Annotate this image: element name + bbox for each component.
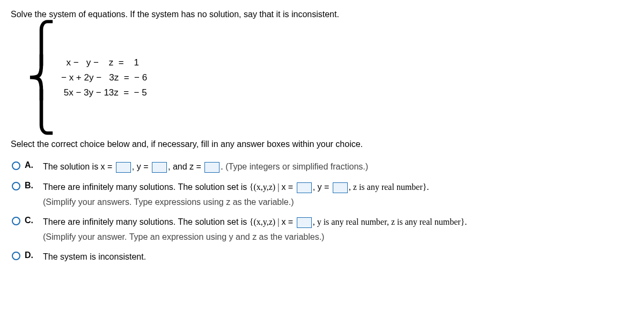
choice-label-d: D. bbox=[25, 251, 34, 260]
radio-d[interactable] bbox=[12, 252, 20, 260]
choice-text-a: The solution is x = , y = , and z = . (T… bbox=[43, 160, 368, 174]
choice-a[interactable]: A. The solution is x = , y = , and z = .… bbox=[12, 160, 633, 174]
equation-3: 5x − 3y − 13z = − 5 bbox=[61, 87, 147, 98]
equation-system: ⎧⎨⎩ x − y − z = 1 − x + 2y − 3z = − 6 5x… bbox=[27, 26, 633, 130]
input-b-y[interactable] bbox=[333, 182, 348, 193]
input-a-x[interactable] bbox=[116, 162, 131, 173]
input-c-x[interactable] bbox=[297, 217, 312, 228]
input-a-z[interactable] bbox=[204, 162, 219, 173]
choice-text-b: There are infinitely many solutions. The… bbox=[43, 180, 429, 209]
equation-1: x − y − z = 1 bbox=[61, 57, 147, 68]
input-a-y[interactable] bbox=[152, 162, 167, 173]
choice-text-c: There are infinitely many solutions. The… bbox=[43, 215, 467, 244]
radio-c[interactable] bbox=[12, 217, 20, 225]
question-prompt: Solve the system of equations. If the sy… bbox=[11, 10, 633, 19]
choice-d[interactable]: D. The system is inconsistent. bbox=[12, 250, 633, 264]
equation-2: − x + 2y − 3z = − 6 bbox=[61, 72, 147, 83]
input-b-x[interactable] bbox=[297, 182, 312, 193]
choice-label-c: C. bbox=[25, 216, 34, 225]
radio-b[interactable] bbox=[12, 182, 20, 190]
left-brace-icon: ⎧⎨⎩ bbox=[27, 26, 56, 130]
instruction-text: Select the correct choice below and, if … bbox=[11, 139, 633, 149]
radio-a[interactable] bbox=[12, 161, 20, 170]
choice-b[interactable]: B. There are infinitely many solutions. … bbox=[12, 180, 633, 209]
choice-text-d: The system is inconsistent. bbox=[43, 250, 146, 264]
choice-c[interactable]: C. There are infinitely many solutions. … bbox=[12, 215, 633, 244]
choice-list: A. The solution is x = , y = , and z = .… bbox=[12, 160, 633, 264]
choice-label-b: B. bbox=[25, 181, 34, 190]
choice-label-a: A. bbox=[25, 160, 34, 170]
